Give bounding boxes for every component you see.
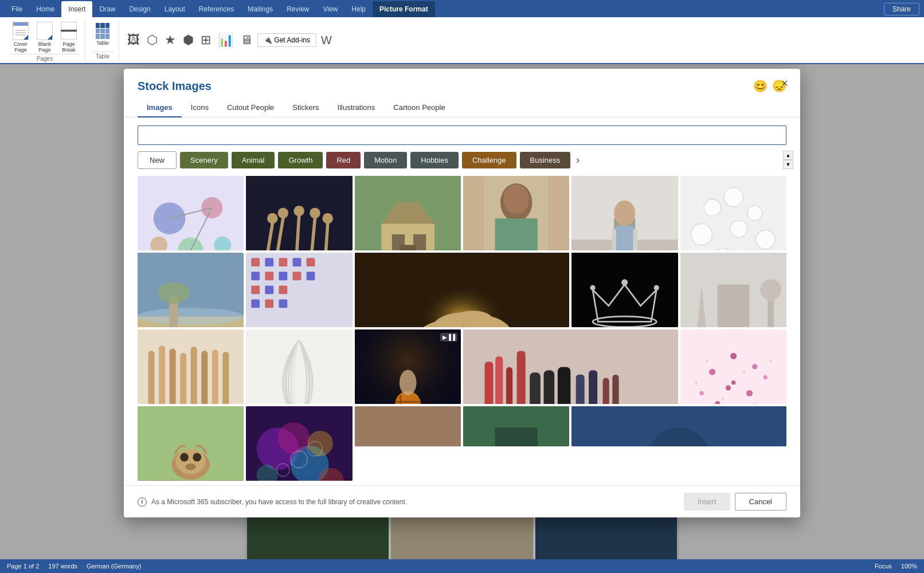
image-item-partial-3[interactable] <box>571 406 786 446</box>
tab-file[interactable]: File <box>5 1 29 17</box>
tab-images[interactable]: Images <box>138 99 182 117</box>
tab-design[interactable]: Design <box>122 1 157 17</box>
svg-point-132 <box>743 371 745 373</box>
close-button[interactable]: × <box>776 74 793 92</box>
svg-rect-92 <box>180 353 186 404</box>
status-bar-right: Focus 100% <box>875 563 917 570</box>
image-grid: ▶▐▐ <box>124 176 800 481</box>
blank-page-icon <box>37 22 53 40</box>
image-item-animal[interactable] <box>138 406 244 481</box>
image-item-white-flowers[interactable] <box>680 176 786 250</box>
svg-rect-106 <box>484 362 493 404</box>
image-item-partial-1[interactable] <box>355 406 461 446</box>
image-item-sculpture[interactable] <box>680 253 786 327</box>
tab-cutout-people[interactable]: Cutout People <box>218 99 283 117</box>
category-red[interactable]: Red <box>326 152 361 168</box>
cover-page-button[interactable]: CoverPage <box>9 21 32 54</box>
footer-info-text: As a Microsoft 365 subscriber, you have … <box>151 498 407 506</box>
tab-home[interactable]: Home <box>29 1 61 17</box>
tab-draw[interactable]: Draw <box>92 1 122 17</box>
wikipedia-button[interactable]: W <box>319 32 334 49</box>
insert-button[interactable]: Insert <box>684 493 730 511</box>
category-growth[interactable]: Growth <box>278 152 323 168</box>
image-item-pattern[interactable] <box>246 253 352 327</box>
tab-review[interactable]: Review <box>280 1 316 17</box>
search-input[interactable] <box>138 125 786 145</box>
category-motion[interactable]: Motion <box>364 152 407 168</box>
blank-page-label: BlankPage <box>38 41 52 53</box>
tab-icons[interactable]: Icons <box>182 99 218 117</box>
image-item-sticks[interactable] <box>138 329 244 404</box>
info-icon: i <box>138 497 147 507</box>
image-item-hands[interactable] <box>355 253 570 327</box>
image-item-book[interactable] <box>246 329 352 404</box>
category-business[interactable]: Business <box>520 152 571 168</box>
tab-references[interactable]: References <box>192 1 241 17</box>
image-item-partial-2[interactable] <box>463 406 569 446</box>
category-new[interactable]: New <box>138 151 177 169</box>
video-indicator: ▶▐▐ <box>440 333 457 342</box>
image-item-crown[interactable] <box>571 253 678 327</box>
screenshot-button[interactable]: 🖥 <box>238 30 255 50</box>
image-item-pink-flowers[interactable] <box>680 329 786 404</box>
share-button[interactable]: Share <box>884 3 919 15</box>
svg-rect-108 <box>506 367 512 404</box>
svg-rect-57 <box>293 258 302 266</box>
page-break-button[interactable]: PageBreak <box>57 21 80 54</box>
image-item-cosmetics[interactable] <box>463 329 678 404</box>
categories-next-arrow[interactable]: › <box>574 154 582 166</box>
image-item-illustration[interactable] <box>138 176 244 250</box>
scroll-up-button[interactable]: ▲ <box>783 151 793 160</box>
svg-point-52 <box>158 282 190 304</box>
tab-illustrations[interactable]: Illustrations <box>328 99 385 117</box>
svg-rect-59 <box>252 272 260 280</box>
tab-cartoon-people[interactable]: Cartoon People <box>384 99 454 117</box>
tab-view[interactable]: View <box>316 1 345 17</box>
tab-help[interactable]: Help <box>344 1 373 17</box>
image-item-colorful[interactable] <box>246 406 352 481</box>
category-scenery[interactable]: Scenery <box>180 152 228 168</box>
pictures-button[interactable]: 🖼 <box>125 30 142 50</box>
svg-rect-86 <box>768 300 774 327</box>
blank-page-button[interactable]: BlankPage <box>33 21 56 54</box>
chart-button[interactable]: 📊 <box>216 30 236 50</box>
scroll-down-button[interactable]: ▼ <box>783 160 793 169</box>
tab-layout[interactable]: Layout <box>158 1 192 17</box>
tab-picture-format[interactable]: Picture Format <box>373 1 435 17</box>
svg-point-43 <box>691 223 712 245</box>
cancel-button[interactable]: Cancel <box>735 493 786 511</box>
svg-rect-62 <box>293 272 302 280</box>
svg-rect-94 <box>201 351 207 404</box>
table-button[interactable]: Table <box>91 21 114 47</box>
shapes-button[interactable]: ⬡ <box>144 30 160 50</box>
image-item-woman[interactable] <box>463 176 569 250</box>
svg-point-42 <box>747 206 762 221</box>
svg-rect-115 <box>603 378 609 404</box>
image-item-dance[interactable] <box>246 176 352 250</box>
category-animal[interactable]: Animal <box>232 152 275 168</box>
tab-mailings[interactable]: Mailings <box>241 1 280 17</box>
get-addins-button[interactable]: 🔌 Get Add-ins <box>257 33 316 47</box>
svg-point-13 <box>278 208 289 219</box>
image-item-man-kitchen[interactable] <box>571 176 678 250</box>
smartart-button[interactable]: ⊞ <box>198 30 213 50</box>
focus-label[interactable]: Focus <box>875 563 892 570</box>
svg-rect-56 <box>279 258 288 266</box>
3d-models-button[interactable]: ⬢ <box>181 30 196 50</box>
svg-rect-107 <box>495 356 503 404</box>
category-hobbies[interactable]: Hobbies <box>410 152 459 168</box>
icons-button[interactable]: ★ <box>162 30 178 50</box>
image-item-town[interactable] <box>355 176 461 250</box>
tab-stickers[interactable]: Stickers <box>283 99 328 117</box>
svg-point-104 <box>399 370 416 395</box>
svg-point-123 <box>746 390 753 397</box>
word-count: 197 words <box>48 563 77 570</box>
image-item-beach[interactable] <box>138 253 244 327</box>
svg-rect-61 <box>279 272 288 280</box>
image-item-basketball[interactable]: ▶▐▐ <box>355 329 461 404</box>
svg-point-142 <box>193 453 201 462</box>
svg-rect-95 <box>212 350 218 404</box>
tab-insert[interactable]: Insert <box>61 1 92 17</box>
category-challenge[interactable]: Challenge <box>462 152 516 168</box>
svg-rect-90 <box>159 346 165 404</box>
